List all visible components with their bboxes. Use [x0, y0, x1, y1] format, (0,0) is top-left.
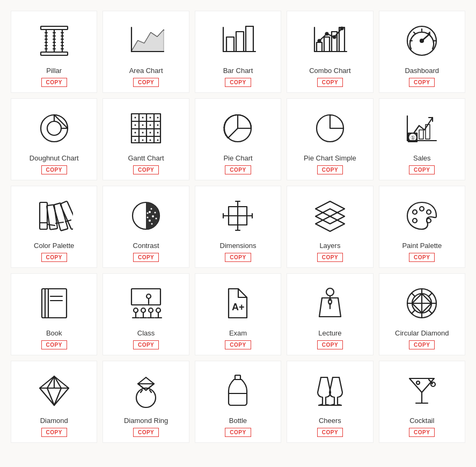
pie-chart-icon: [216, 107, 259, 150]
contrast-copy-button[interactable]: COPY: [133, 253, 159, 262]
icon-cell-area-chart: Area Chart COPY: [102, 11, 189, 93]
paint-palette-copy-button[interactable]: COPY: [409, 253, 435, 262]
svg-point-119: [413, 218, 417, 223]
combo-chart-copy-button[interactable]: COPY: [317, 78, 343, 87]
icon-cell-exam: A+ Exam COPY: [195, 273, 281, 355]
icon-cell-pillar: Pillar COPY: [11, 11, 97, 93]
sales-label: Sales: [413, 154, 431, 162]
circular-diamond-copy-button[interactable]: COPY: [409, 340, 435, 349]
svg-point-130: [141, 308, 145, 312]
class-label: Class: [137, 329, 155, 337]
svg-rect-92: [47, 205, 57, 230]
dimensions-label: Dimensions: [220, 242, 257, 250]
layers-label: Layers: [319, 242, 340, 250]
icon-cell-color-palette: Color Palette COPY: [11, 186, 97, 268]
svg-rect-34: [317, 42, 322, 52]
exam-icon: A+: [216, 282, 259, 325]
combo-chart-label: Combo Chart: [309, 67, 350, 75]
bar-chart-copy-button[interactable]: COPY: [225, 78, 251, 87]
svg-point-76: [135, 140, 136, 141]
sales-icon: ①: [400, 107, 443, 150]
book-copy-button[interactable]: COPY: [41, 340, 67, 349]
svg-point-103: [147, 217, 149, 218]
svg-point-133: [149, 308, 153, 312]
svg-point-74: [150, 132, 151, 134]
svg-point-69: [142, 125, 144, 126]
gantt-chart-label: Gantt Chart: [128, 154, 164, 162]
class-copy-button[interactable]: COPY: [133, 340, 159, 349]
lecture-copy-button[interactable]: COPY: [317, 340, 343, 349]
diamond-ring-copy-button[interactable]: COPY: [133, 428, 159, 437]
svg-line-171: [141, 390, 142, 392]
cheers-copy-button[interactable]: COPY: [317, 428, 343, 437]
svg-line-164: [54, 388, 61, 405]
svg-point-116: [420, 207, 424, 211]
gantt-chart-icon: [125, 107, 167, 150]
svg-point-41: [340, 27, 343, 30]
svg-line-152: [412, 293, 415, 296]
cocktail-label: Cocktail: [409, 417, 434, 425]
svg-point-71: [157, 125, 159, 126]
diamond-copy-button[interactable]: COPY: [41, 428, 67, 437]
svg-point-166: [136, 388, 156, 407]
lecture-icon: [309, 282, 351, 325]
diamond-ring-label: Diamond Ring: [124, 417, 168, 425]
icon-cell-combo-chart: Combo Chart COPY: [287, 11, 373, 93]
bar-chart-icon: [216, 19, 259, 62]
svg-point-182: [416, 381, 420, 384]
icon-cell-pie-chart: Pie Chart COPY: [195, 98, 281, 180]
svg-point-105: [151, 208, 152, 210]
svg-point-142: [326, 288, 334, 296]
layers-copy-button[interactable]: COPY: [317, 253, 343, 262]
svg-point-78: [150, 140, 151, 141]
svg-point-38: [318, 40, 320, 42]
bottle-copy-button[interactable]: COPY: [225, 428, 251, 437]
icon-cell-sales: ① Sales COPY: [379, 98, 465, 180]
color-palette-copy-button[interactable]: COPY: [41, 253, 67, 262]
dashboard-label: Dashboard: [405, 67, 439, 75]
pie-chart-simple-copy-button[interactable]: COPY: [317, 165, 343, 174]
svg-point-40: [333, 36, 335, 39]
area-chart-copy-button[interactable]: COPY: [133, 78, 159, 87]
dashboard-copy-button[interactable]: COPY: [409, 78, 435, 87]
svg-point-68: [135, 125, 136, 126]
svg-point-102: [149, 220, 151, 222]
icon-cell-dimensions: Dimensions COPY: [195, 186, 281, 268]
icon-cell-gantt-chart: Gantt Chart COPY: [102, 98, 189, 180]
doughnut-chart-icon: [33, 107, 76, 150]
doughnut-chart-copy-button[interactable]: COPY: [41, 165, 67, 174]
icon-cell-layers: Layers COPY: [287, 186, 373, 268]
svg-text:①: ①: [411, 135, 415, 141]
icon-cell-cheers: Cheers COPY: [287, 361, 373, 443]
dimensions-icon: [216, 194, 259, 237]
svg-point-100: [149, 211, 151, 213]
svg-point-106: [155, 212, 156, 214]
exam-copy-button[interactable]: COPY: [225, 340, 251, 349]
pie-chart-simple-icon: [309, 107, 351, 150]
pillar-copy-button[interactable]: COPY: [41, 78, 67, 87]
pie-chart-copy-button[interactable]: COPY: [225, 165, 251, 174]
dashboard-icon: [400, 19, 443, 62]
icon-cell-pie-chart-simple: Pie Chart Simple COPY: [287, 98, 373, 180]
pie-chart-label: Pie Chart: [223, 154, 252, 162]
contrast-label: Contrast: [133, 242, 159, 250]
cocktail-copy-button[interactable]: COPY: [409, 428, 435, 437]
dimensions-copy-button[interactable]: COPY: [225, 253, 251, 262]
area-chart-icon: [125, 19, 167, 62]
svg-point-101: [152, 215, 154, 217]
icon-cell-cocktail: Cocktail COPY: [379, 361, 465, 443]
pillar-label: Pillar: [46, 67, 62, 75]
svg-point-115: [413, 210, 417, 214]
book-icon: [33, 282, 76, 325]
svg-line-163: [47, 388, 54, 405]
svg-point-136: [156, 308, 160, 312]
svg-line-50: [414, 32, 415, 34]
icon-cell-bar-chart: Bar Chart COPY: [195, 11, 281, 93]
contrast-icon: [125, 194, 167, 237]
svg-rect-35: [324, 37, 329, 52]
svg-line-154: [429, 293, 432, 296]
gantt-chart-copy-button[interactable]: COPY: [133, 165, 159, 174]
paint-palette-icon: [400, 194, 443, 237]
sales-copy-button[interactable]: COPY: [409, 165, 435, 174]
svg-line-172: [150, 390, 151, 392]
